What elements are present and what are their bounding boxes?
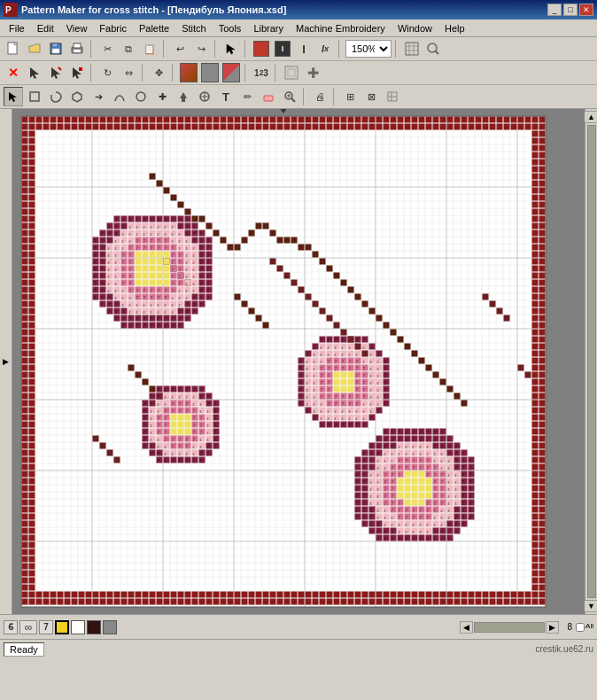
menu-view[interactable]: View <box>61 21 93 35</box>
menu-machine-embroidery[interactable]: Machine Embroidery <box>291 21 391 35</box>
toolbars: ✂ ⧉ 📋 ↩ ↪ I I Ix 150% 100% 200% <box>0 37 597 109</box>
scroll-left-button[interactable]: ◀ <box>460 621 473 634</box>
new-button[interactable] <box>4 39 23 58</box>
text-tool[interactable]: T <box>216 87 236 106</box>
redo-button[interactable]: ↪ <box>191 39 211 58</box>
sep13 <box>333 88 337 105</box>
print-tool[interactable]: 🖨 <box>310 87 330 106</box>
rect-tool[interactable] <box>25 87 44 106</box>
eraser-tool[interactable] <box>259 87 278 106</box>
svg-rect-3 <box>14 43 17 45</box>
cut-button[interactable]: ✂ <box>97 39 117 58</box>
move-button[interactable]: ✥ <box>149 63 168 82</box>
arrow-tool[interactable]: ➔ <box>89 87 108 106</box>
menu-bar: File Edit View Fabric Palette Stitch Too… <box>0 19 597 37</box>
italic-button[interactable]: Ix <box>315 39 335 58</box>
status-bar: Ready crestik.ue62.ru <box>0 639 597 658</box>
zoom-tool[interactable] <box>280 87 299 106</box>
palette-color2[interactable] <box>200 63 220 82</box>
misc2-button[interactable]: ⊠ <box>361 87 381 106</box>
restore-button[interactable]: □ <box>563 4 578 16</box>
scroll-down-button[interactable]: ▼ <box>584 600 597 612</box>
cross-draw-tool[interactable]: ✚ <box>152 87 172 106</box>
menu-stitch[interactable]: Stitch <box>176 21 212 35</box>
bottom-toolbar: 6̄ ∞ 7 ◀ ▶ 8 All <box>0 614 597 639</box>
flip-button[interactable]: ⇔ <box>119 63 138 82</box>
close-button[interactable]: ✕ <box>579 4 593 16</box>
svg-line-34 <box>291 98 295 102</box>
svg-rect-22 <box>79 67 82 71</box>
palette-color3[interactable] <box>221 63 241 82</box>
pointer-button[interactable] <box>221 39 241 58</box>
minimize-button[interactable]: _ <box>547 4 562 16</box>
color-dark-swatch[interactable] <box>87 620 101 634</box>
save-button[interactable] <box>46 39 66 58</box>
tool-select4[interactable] <box>67 63 87 82</box>
sep12 <box>303 88 306 105</box>
sep10 <box>244 64 248 82</box>
grid4-button[interactable] <box>282 63 301 82</box>
open-button[interactable] <box>25 39 44 58</box>
cross-button[interactable]: ✚ <box>303 63 322 82</box>
toolbar-row-3: ➔ ✚ T ✏ 🖨 ⊞ ⊠ <box>0 85 597 108</box>
menu-tools[interactable]: Tools <box>213 21 247 35</box>
fill-tool[interactable] <box>174 87 193 106</box>
menu-library[interactable]: Library <box>248 21 289 35</box>
menu-help[interactable]: Help <box>439 21 470 35</box>
copy-button[interactable]: ⧉ <box>119 39 138 58</box>
infinity-button[interactable]: ∞ <box>19 620 37 634</box>
cancel-button[interactable]: ✕ <box>4 63 23 82</box>
poly-tool[interactable] <box>67 87 87 106</box>
select-tool2[interactable] <box>195 87 214 106</box>
embroidery-canvas[interactable] <box>12 109 556 614</box>
tool-select2[interactable] <box>25 63 44 82</box>
magnify-button[interactable] <box>423 39 443 58</box>
sep4 <box>244 40 248 58</box>
color-gray-swatch[interactable] <box>103 620 117 634</box>
tool-select3[interactable] <box>46 63 66 82</box>
palette-color1[interactable] <box>179 63 198 82</box>
scroll-up-button[interactable]: ▲ <box>584 111 597 123</box>
window-controls[interactable]: _ □ ✕ <box>547 4 593 16</box>
rotate-button[interactable]: ↻ <box>97 63 117 82</box>
menu-fabric[interactable]: Fabric <box>94 21 132 35</box>
menu-palette[interactable]: Palette <box>134 21 174 35</box>
scroll-right-button[interactable]: ▶ <box>546 621 559 634</box>
count-button[interactable]: 123 <box>252 63 271 82</box>
curve-tool[interactable] <box>110 87 129 106</box>
sep11 <box>275 64 278 82</box>
misc1-button[interactable]: ⊞ <box>340 87 360 106</box>
sep1 <box>90 40 94 58</box>
sep5 <box>338 40 342 58</box>
left-arrow[interactable]: ▶ <box>3 357 9 366</box>
print-button[interactable] <box>67 39 87 58</box>
menu-window[interactable]: Window <box>392 21 438 35</box>
svg-rect-11 <box>406 43 418 55</box>
color-text-button[interactable]: I <box>294 39 314 58</box>
sep3 <box>214 40 218 58</box>
canvas-wrapper[interactable] <box>12 109 585 614</box>
number-7-button[interactable]: 7 <box>39 620 53 634</box>
menu-edit[interactable]: Edit <box>32 21 59 35</box>
svg-marker-25 <box>9 92 17 102</box>
svg-rect-24 <box>288 69 295 76</box>
circle-tool[interactable] <box>131 87 151 106</box>
right-scrollbar[interactable]: ▲ ▼ <box>585 109 597 614</box>
color-red-button[interactable] <box>252 39 271 58</box>
color-white-swatch[interactable] <box>71 620 85 634</box>
color-black-button[interactable]: I <box>273 39 292 58</box>
number-6-button[interactable]: 6̄ <box>4 620 18 634</box>
pencil-tool[interactable]: ✏ <box>237 87 257 106</box>
main-area: ▶ ▲ ▼ <box>0 109 597 614</box>
cursor-tool[interactable] <box>4 87 23 106</box>
misc3-button[interactable] <box>383 87 402 106</box>
color-yellow-swatch[interactable] <box>55 620 69 634</box>
menu-file[interactable]: File <box>4 21 30 35</box>
all-checkbox[interactable] <box>576 623 585 632</box>
grid-view-button[interactable] <box>402 39 422 58</box>
zoom-select[interactable]: 150% 100% 200% <box>345 40 392 58</box>
svg-line-20 <box>58 67 61 70</box>
lasso-tool[interactable] <box>46 87 66 106</box>
undo-button[interactable]: ↩ <box>170 39 190 58</box>
paste-button[interactable]: 📋 <box>140 39 159 58</box>
